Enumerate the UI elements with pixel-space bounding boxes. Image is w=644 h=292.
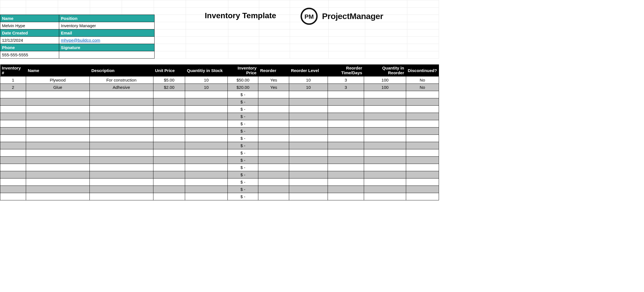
cell-time[interactable] [328, 164, 364, 171]
cell-disc[interactable] [406, 179, 439, 186]
cell-qreo[interactable] [364, 186, 406, 193]
cell-reo[interactable] [258, 149, 289, 157]
cell-desc[interactable] [89, 128, 153, 135]
cell-unit[interactable] [153, 135, 185, 142]
cell-disc[interactable] [406, 120, 439, 128]
cell-unit[interactable] [153, 128, 185, 135]
cell-desc[interactable] [89, 135, 153, 142]
cell-time[interactable]: 3 [328, 77, 364, 84]
cell-unit[interactable] [153, 164, 185, 171]
cell-time[interactable] [328, 142, 364, 149]
cell-time[interactable] [328, 120, 364, 128]
cell-name[interactable] [26, 171, 89, 179]
cell-name[interactable] [26, 186, 89, 193]
cell-lvl[interactable] [289, 171, 328, 179]
cell-qreo[interactable] [364, 149, 406, 157]
cell-invp[interactable]: $ - [227, 142, 258, 149]
cell-invp[interactable]: $ - [227, 113, 258, 120]
cell-invp[interactable]: $ - [227, 128, 258, 135]
cell-desc[interactable] [89, 91, 153, 98]
cell-disc[interactable] [406, 171, 439, 179]
cell-lvl[interactable]: 10 [289, 84, 328, 91]
cell-lvl[interactable] [289, 157, 328, 164]
cell-reo[interactable] [258, 171, 289, 179]
cell-qty[interactable]: 10 [185, 84, 227, 91]
cell-desc[interactable]: For construction [89, 77, 153, 84]
cell-unit[interactable] [153, 91, 185, 98]
cell-name[interactable] [26, 142, 89, 149]
cell-desc[interactable] [89, 113, 153, 120]
cell-disc[interactable] [406, 157, 439, 164]
cell-reo[interactable] [258, 113, 289, 120]
cell-lvl[interactable] [289, 142, 328, 149]
cell-reo[interactable] [258, 179, 289, 186]
meta-phone-value[interactable]: 555-555-5555 [0, 51, 59, 59]
cell-disc[interactable] [406, 91, 439, 98]
cell-num[interactable] [0, 179, 26, 186]
cell-qty[interactable] [185, 149, 227, 157]
cell-invp[interactable]: $ - [227, 157, 258, 164]
cell-qty[interactable] [185, 106, 227, 113]
cell-lvl[interactable] [289, 106, 328, 113]
cell-reo[interactable] [258, 142, 289, 149]
cell-qreo[interactable] [364, 91, 406, 98]
meta-date-value[interactable]: 12/12/2024 [0, 37, 59, 44]
cell-qreo[interactable] [364, 106, 406, 113]
cell-qreo[interactable] [364, 98, 406, 106]
cell-unit[interactable] [153, 186, 185, 193]
cell-name[interactable] [26, 157, 89, 164]
meta-name-value[interactable]: Melvin Hype [0, 22, 59, 29]
cell-qreo[interactable] [364, 164, 406, 171]
cell-time[interactable] [328, 171, 364, 179]
cell-invp[interactable]: $ - [227, 106, 258, 113]
cell-qty[interactable] [185, 186, 227, 193]
cell-num[interactable] [0, 149, 26, 157]
cell-disc[interactable] [406, 186, 439, 193]
cell-num[interactable] [0, 142, 26, 149]
cell-lvl[interactable] [289, 164, 328, 171]
cell-disc[interactable] [406, 142, 439, 149]
cell-disc[interactable] [406, 98, 439, 106]
cell-disc[interactable] [406, 193, 439, 200]
cell-time[interactable] [328, 128, 364, 135]
cell-disc[interactable] [406, 135, 439, 142]
cell-disc[interactable] [406, 149, 439, 157]
cell-qreo[interactable] [364, 171, 406, 179]
meta-position-value[interactable]: Inventory Manager [59, 22, 155, 29]
cell-qreo[interactable] [364, 157, 406, 164]
cell-qreo[interactable] [364, 142, 406, 149]
cell-num[interactable] [0, 186, 26, 193]
cell-time[interactable] [328, 157, 364, 164]
cell-qty[interactable] [185, 193, 227, 200]
cell-qreo[interactable] [364, 179, 406, 186]
cell-reo[interactable] [258, 164, 289, 171]
cell-unit[interactable] [153, 142, 185, 149]
cell-num[interactable] [0, 171, 26, 179]
cell-disc[interactable] [406, 106, 439, 113]
cell-name[interactable] [26, 91, 89, 98]
cell-unit[interactable] [153, 120, 185, 128]
cell-time[interactable] [328, 186, 364, 193]
cell-lvl[interactable] [289, 128, 328, 135]
cell-reo[interactable] [258, 157, 289, 164]
cell-name[interactable] [26, 193, 89, 200]
cell-time[interactable] [328, 135, 364, 142]
meta-email-value[interactable]: mhype@buildco.com [59, 37, 155, 44]
cell-lvl[interactable] [289, 149, 328, 157]
cell-qty[interactable] [185, 113, 227, 120]
cell-invp[interactable]: $ - [227, 171, 258, 179]
cell-desc[interactable] [89, 120, 153, 128]
cell-lvl[interactable] [289, 186, 328, 193]
cell-name[interactable] [26, 113, 89, 120]
cell-time[interactable] [328, 149, 364, 157]
cell-qty[interactable] [185, 171, 227, 179]
cell-invp[interactable]: $ - [227, 186, 258, 193]
cell-num[interactable]: 1 [0, 77, 26, 84]
cell-name[interactable] [26, 149, 89, 157]
cell-qreo[interactable] [364, 128, 406, 135]
cell-time[interactable] [328, 193, 364, 200]
cell-reo[interactable] [258, 135, 289, 142]
cell-qty[interactable] [185, 157, 227, 164]
cell-disc[interactable]: No [406, 84, 439, 91]
cell-lvl[interactable] [289, 120, 328, 128]
